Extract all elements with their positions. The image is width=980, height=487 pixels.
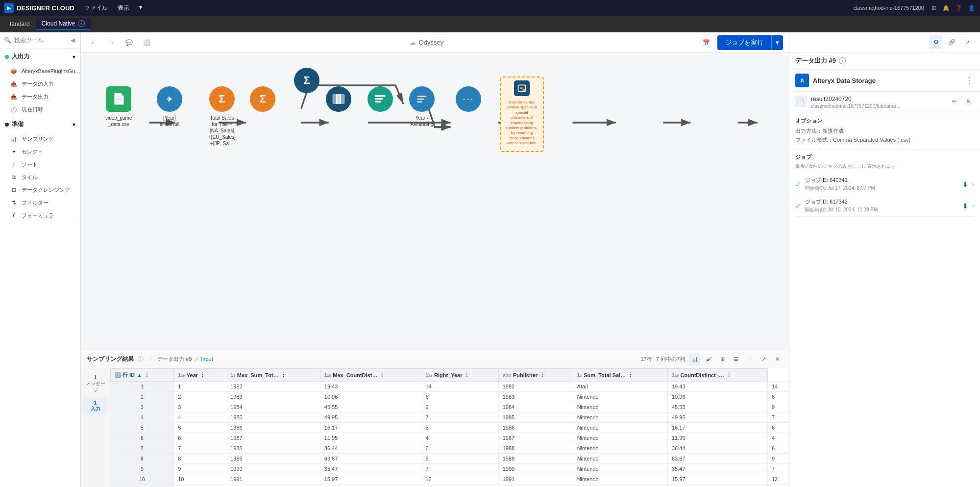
sidebar-item-tile[interactable]: ⧉ タイル <box>0 171 80 183</box>
sidebar-search-bar: 🔍 ◀ <box>0 32 80 49</box>
col-header-publisher[interactable]: abc Publisher ⋮ <box>498 369 573 382</box>
container-button[interactable]: ⬜ <box>140 36 153 50</box>
list-icon[interactable]: ☰ <box>730 353 742 365</box>
file-close-icon[interactable]: ✕ <box>962 96 974 107</box>
link-icon-btn[interactable]: 🔗 <box>945 35 958 49</box>
job-chevron-0[interactable]: › <box>972 181 974 188</box>
sidebar-item-data-output[interactable]: 📤 データ出力 <box>0 90 80 103</box>
table-cell: 9 <box>767 485 788 487</box>
tab-info-icon[interactable]: i <box>78 20 85 27</box>
ads-menu-icon[interactable]: ⋮ <box>965 75 974 86</box>
sidebar-item-select[interactable]: ✦ セレクト <box>0 145 80 158</box>
job-chevron-1[interactable]: › <box>972 203 974 209</box>
col-header-max-count[interactable]: 1₂₃ Max_CountDist… ⋮ <box>320 369 421 382</box>
node-sum-top[interactable]: Σ <box>294 68 319 93</box>
comment-button[interactable]: 💬 <box>122 36 136 50</box>
table-cell: 11.95 <box>320 433 421 443</box>
sidebar-item-plugins[interactable]: 📦 AlteryxBasePluginsGu… <box>0 65 80 77</box>
menu-file[interactable]: ファイル <box>80 3 112 13</box>
message-icon[interactable]: ⊞ <box>929 3 938 12</box>
node-formula-total-sales[interactable]: Σ Total Salesfor Title =[NA_Sales]+[EU_S… <box>208 86 236 147</box>
data-table-container[interactable]: 🔢 行 ID ▲ ⋮ 1₂₃ Year <box>110 368 789 487</box>
tab-cloud-native[interactable]: Cloud Native i <box>36 18 91 30</box>
job-download-0[interactable]: ⬇ <box>962 180 968 188</box>
table-cell: Nintendo <box>573 412 667 423</box>
close-icon[interactable]: ✕ <box>771 353 783 365</box>
col-header-sum-total[interactable]: 1₂ Sum_Total Sal… ⋮ <box>573 369 667 382</box>
right-panel-header: データ出力 #9 i <box>789 52 980 70</box>
sidebar-item-datetime[interactable]: 🕐 現在日時 <box>0 103 80 116</box>
node-sort[interactable]: Year -Ascending <box>409 86 435 128</box>
bell-icon[interactable]: 🔔 <box>942 3 951 12</box>
table-cell: 10.96 <box>667 392 767 402</box>
chart-icon[interactable]: 📊 <box>689 353 701 365</box>
table-row: 99199035.4771990Nintendo35.477 <box>111 464 789 474</box>
table-cell: 35.47 <box>320 464 421 474</box>
sidebar-item-data-input[interactable]: 📥 データの入力 <box>0 77 80 90</box>
tab-standard[interactable]: tandard <box>4 19 36 29</box>
node-dots[interactable]: ··· <box>456 86 481 112</box>
col-menu-rightyear[interactable]: ⋮ <box>464 372 469 378</box>
undo-button[interactable]: ← <box>87 36 100 50</box>
user-icon[interactable]: 👤 <box>967 3 976 12</box>
job-time-1: 開始時刻: Jul 10, 2024, 11:39 PM <box>805 206 958 213</box>
calendar-button[interactable]: 📅 <box>700 36 713 50</box>
table-cell: 1987 <box>498 433 573 443</box>
sidebar-section-prepare-header[interactable]: 準備 <box>0 116 80 132</box>
col-menu-icon[interactable]: ⋮ <box>144 372 149 378</box>
table-cell: 1982 <box>226 382 320 392</box>
sidebar-item-filter[interactable]: ⚗ フィルター <box>0 196 80 209</box>
breadcrumb-input[interactable]: Input <box>201 356 213 362</box>
expand-icon-btn[interactable]: ↗ <box>960 35 974 49</box>
col-menu-maxsum[interactable]: ⋮ <box>281 372 286 378</box>
job-download-1[interactable]: ⬇ <box>962 202 968 210</box>
node-formula2[interactable]: Σ <box>250 86 275 112</box>
sidebar-item-sort[interactable]: ↕ ソート <box>0 158 80 171</box>
svg-rect-14 <box>375 98 383 100</box>
canvas-content[interactable]: 📄 video_game_data.csv [Year]IsNotNull <box>81 53 789 350</box>
breadcrumb-data-output[interactable]: データ出力 #9 <box>157 356 192 363</box>
col-menu-publisher[interactable]: ⋮ <box>539 372 545 378</box>
table-cell: 38.13 <box>320 485 421 487</box>
settings-icon-btn[interactable]: ⚙ <box>929 35 943 49</box>
col-menu-sumtotal[interactable]: ⋮ <box>628 372 633 378</box>
brush-icon[interactable]: 🖌 <box>703 353 714 365</box>
col-menu-year[interactable]: ⋮ <box>200 372 205 378</box>
sidebar-section-io-header[interactable]: 入出力 <box>0 49 80 65</box>
menu-view[interactable]: 表示 <box>114 3 133 13</box>
run-job-button[interactable]: ジョブを実行 <box>717 35 771 50</box>
job-id-1: ジョブID: 617342 <box>805 198 958 205</box>
search-input[interactable] <box>14 37 66 44</box>
node-video-game-csv[interactable]: 📄 video_game_data.csv <box>105 86 132 128</box>
node-summarize[interactable] <box>368 86 393 112</box>
tab-input[interactable]: 1 入力 <box>83 398 108 414</box>
col-menu-maxcount[interactable]: ⋮ <box>379 372 385 378</box>
help-icon[interactable]: ❓ <box>955 3 963 12</box>
file-edit-icon[interactable]: ✏ <box>949 96 960 107</box>
redo-button[interactable]: → <box>104 36 118 50</box>
col-menu-countdistinct[interactable]: ⋮ <box>726 372 732 378</box>
run-job-arrow-button[interactable]: ▾ <box>771 35 783 50</box>
col-header-max-sum[interactable]: 1₂ Max_Sum_Tot… ⋮ <box>226 369 320 382</box>
more-icon[interactable]: ⋮ <box>744 353 756 365</box>
col-header-count-distinct[interactable]: 1₂₃ CountDistinct_… ⋮ <box>667 369 767 382</box>
col-header-year[interactable]: 1₂₃ Year ⋮ <box>174 369 226 382</box>
external-link-icon[interactable]: ↗ <box>758 353 769 365</box>
input-num: 1 <box>94 400 97 406</box>
table-cell: Nintendo <box>573 392 667 402</box>
node-join[interactable] <box>326 86 351 112</box>
sidebar-item-formula[interactable]: ƒ フォーミュラ <box>0 209 80 222</box>
grid-icon[interactable]: ⊞ <box>716 353 728 365</box>
sidebar-item-sampling[interactable]: 📊 サンプリング <box>0 132 80 145</box>
node-filter-year[interactable]: [Year]IsNotNull <box>157 86 182 128</box>
sidebar-collapse-button[interactable]: ◀ <box>69 36 76 44</box>
right-panel-info-icon[interactable]: i <box>839 57 846 64</box>
col-header-row-id[interactable]: 🔢 行 ID ▲ ⋮ <box>111 369 174 382</box>
tab-messages[interactable]: 1 メッセージ <box>83 372 108 396</box>
sidebar-section-io: 入出力 📦 AlteryxBasePluginsGu… 📥 データの入力 📤 デ… <box>0 49 80 116</box>
node-output-warning[interactable]: ! Column names contain spaces or special… <box>500 77 544 152</box>
col-header-right-year[interactable]: 1₂₃ Right_Year ⋮ <box>421 369 498 382</box>
table-cell: 14 <box>767 382 788 392</box>
sidebar-item-cleanse[interactable]: ⊞ データクレンジング <box>0 183 80 196</box>
table-cell: 1984 <box>498 402 573 412</box>
